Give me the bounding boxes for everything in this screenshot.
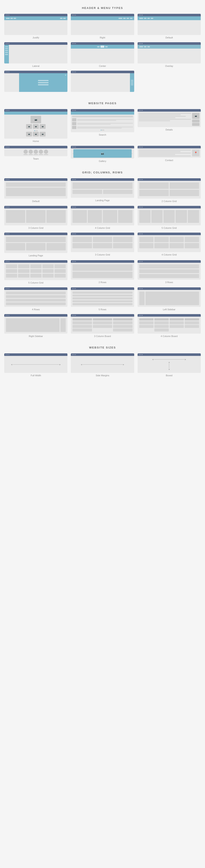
board-col — [154, 321, 169, 332]
wireframe-5rows: 5 Rows — [71, 287, 134, 311]
wireframe-box-left-sidebar — [138, 287, 201, 307]
label-5rows: 5 Rows — [99, 308, 106, 311]
label-landing2: Landing Page — [29, 254, 43, 257]
wireframe-4col-board: 4 Column Board — [138, 314, 201, 337]
menu-item — [38, 82, 48, 83]
label-justify: Justify — [33, 36, 39, 39]
header-justify — [4, 16, 67, 35]
grid-cell — [42, 265, 54, 268]
chrome-bar — [4, 314, 67, 317]
page-dot — [37, 130, 37, 131]
grid-cell — [72, 237, 92, 242]
board-body — [72, 321, 132, 332]
nav-item — [6, 18, 10, 19]
nav-item — [147, 18, 150, 19]
nav-item — [63, 18, 66, 19]
row — [72, 272, 132, 278]
arrow-line — [154, 359, 184, 360]
chrome-dot — [7, 288, 8, 289]
wireframe-box-4col-board — [138, 314, 201, 334]
grid-cell — [18, 269, 29, 273]
team-name — [44, 154, 48, 155]
thumb: 📷 — [40, 124, 45, 129]
chrome-dot — [8, 207, 9, 208]
detail-line — [139, 113, 191, 114]
wireframe-box-4col — [71, 206, 134, 225]
chrome-dot — [7, 315, 8, 316]
chrome-bar — [4, 287, 67, 290]
page-header — [71, 112, 134, 115]
team-name — [39, 154, 43, 155]
chrome-bar — [71, 14, 134, 16]
arrow-right-icon: ► — [123, 363, 125, 366]
camera-icon: 📷 — [28, 126, 30, 127]
wireframe-grid-default: Default — [4, 178, 67, 203]
header-body — [138, 20, 201, 35]
chrome-dot — [8, 354, 9, 355]
contact-line — [139, 156, 191, 156]
thumb: 📷 — [33, 132, 39, 136]
chrome-bar — [71, 260, 134, 263]
nav-item — [139, 18, 143, 19]
label-4rows: 4 Rows — [32, 308, 40, 311]
next-arrow[interactable]: › — [132, 152, 132, 155]
grid-cell — [88, 210, 102, 223]
nav-item — [139, 46, 143, 47]
overlay-header — [138, 45, 201, 49]
wireframe-default: Default — [138, 14, 201, 39]
chrome-bar — [138, 109, 201, 112]
2col-grid — [138, 181, 201, 199]
thumb — [192, 123, 200, 126]
grid-cell — [170, 183, 199, 189]
board-item — [113, 325, 132, 328]
chrome-dot — [74, 43, 74, 44]
header-bar-right — [71, 16, 134, 20]
wireframe-box-5rows — [71, 287, 134, 307]
wireframe-box-small-sidebar — [71, 71, 134, 92]
chrome-dot — [7, 71, 8, 72]
chrome-dot — [139, 315, 140, 316]
header-center — [71, 45, 134, 63]
chrome-dot — [140, 14, 141, 16]
nav-item — [97, 46, 100, 47]
chrome-dot — [5, 43, 6, 44]
chrome-dot — [139, 234, 140, 234]
chrome-dot — [139, 110, 140, 111]
chrome-dot — [142, 43, 143, 44]
wireframe-box-2col — [138, 178, 201, 199]
wireframe-box-boxed: ◄ ► ▲ ▼ — [138, 353, 201, 373]
chrome-dot — [8, 110, 9, 111]
sidebar-open: ✕ — [4, 73, 67, 92]
chrome-dot — [139, 261, 140, 262]
board-item — [154, 321, 169, 324]
gallery-content: ‹ 📷 › — [71, 148, 134, 158]
grid-cell — [30, 269, 41, 273]
header-bar-center — [71, 45, 134, 49]
details-page: 📷 — [138, 112, 201, 127]
label-left-sidebar: Left Sidebar — [163, 308, 175, 311]
chrome-dot — [5, 71, 6, 72]
chrome-dot — [74, 315, 74, 316]
grid-cell — [103, 210, 117, 223]
grid-row — [139, 237, 199, 242]
wireframe-left-sidebar: Left Sidebar — [138, 287, 201, 311]
header-menu-grid: Justify — [4, 14, 201, 93]
chrome-bar — [4, 71, 67, 73]
thumb: 📷 — [33, 124, 39, 129]
arrow-line — [13, 364, 59, 365]
wireframe-2col: 2 Column Grid — [138, 178, 201, 203]
wireframe-box-right-sidebar — [4, 314, 67, 334]
team-page — [4, 148, 67, 156]
wireframe-2rows: 2 Rows — [71, 260, 134, 284]
grid-full-row — [6, 183, 66, 187]
wireframe-boxed: ◄ ► ▲ ▼ Boxed — [138, 353, 201, 377]
v-arrow: ▲ ▼ — [168, 361, 170, 371]
label-right-sidebar: Right Sidebar — [29, 335, 43, 337]
header-lateral — [4, 45, 67, 63]
chrome-bar — [138, 146, 201, 148]
grid-cell — [30, 265, 41, 268]
header-default — [138, 16, 201, 35]
nav-item — [5, 54, 8, 55]
nav-item — [144, 46, 146, 47]
pagination — [72, 129, 133, 131]
